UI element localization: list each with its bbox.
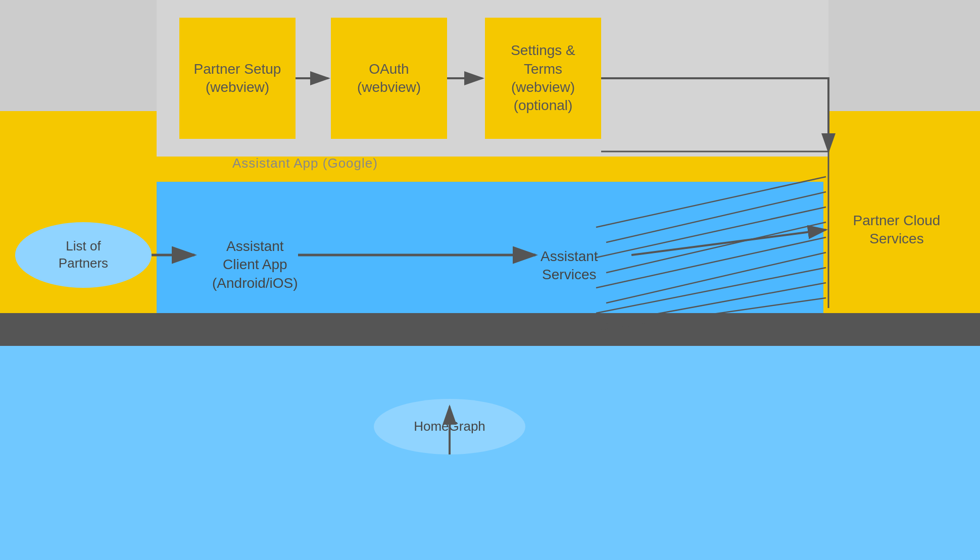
settings-terms-box: Settings &Terms(webview)(optional) — [485, 18, 601, 139]
partner-cloud-box: Partner Cloud Services — [828, 151, 965, 308]
assistant-services-label: AssistantServices — [541, 247, 598, 284]
homegraph-oval: HomeGraph — [374, 399, 525, 454]
list-of-partners-oval: List ofPartners — [15, 222, 152, 288]
partner-setup-box: Partner Setup (webview) — [179, 18, 296, 139]
oauth-box: OAuth(webview) — [331, 18, 447, 139]
partner-setup-label: Partner Setup (webview) — [187, 60, 288, 97]
dark-band-bottom — [0, 313, 980, 346]
partner-cloud-label: Partner Cloud Services — [836, 212, 957, 248]
oauth-label: OAuth(webview) — [357, 60, 421, 97]
blue-lower-region — [0, 346, 980, 560]
homegraph-label: HomeGraph — [414, 418, 485, 435]
top-region-label: Assistant App (Google) — [232, 156, 378, 171]
assistant-client-label: AssistantClient App(Android/iOS) — [212, 237, 298, 292]
settings-terms-label: Settings &Terms(webview)(optional) — [511, 41, 575, 115]
list-of-partners-label: List ofPartners — [59, 238, 108, 272]
